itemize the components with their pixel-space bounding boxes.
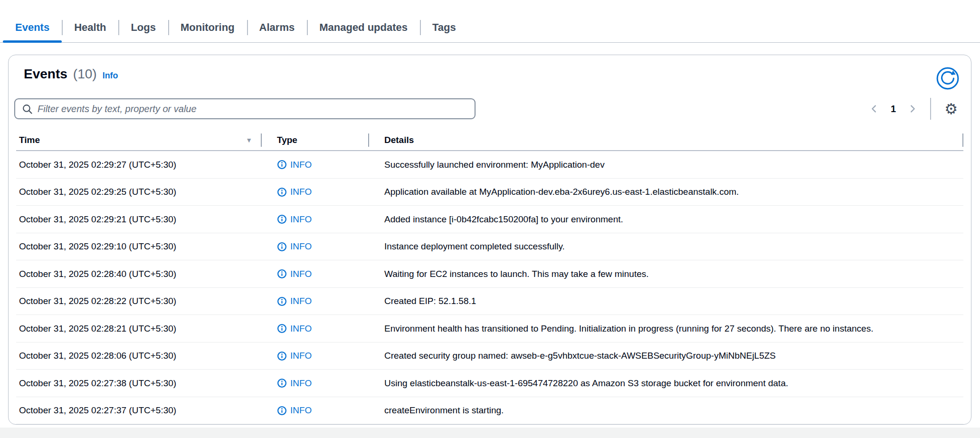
- event-time: October 31, 2025 02:29:21 (UTC+5:30): [16, 214, 262, 225]
- event-time: October 31, 2025 02:28:40 (UTC+5:30): [16, 269, 262, 279]
- events-panel: Events (10) Info: [8, 55, 971, 425]
- page-footer-strip: [0, 428, 980, 438]
- tab-label: Events: [15, 21, 49, 33]
- tab[interactable]: Managed updates: [307, 13, 420, 42]
- event-type: INFO: [262, 160, 369, 170]
- event-details: Using elasticbeanstalk-us-east-1-6954747…: [369, 378, 963, 389]
- event-details: Created EIP: 52.1.58.1: [369, 296, 963, 306]
- event-type-label: INFO: [290, 378, 312, 389]
- event-row: October 31, 2025 02:29:27 (UTC+5:30) INF…: [16, 151, 963, 179]
- event-type: INFO: [262, 241, 369, 252]
- event-type: INFO: [262, 324, 369, 334]
- gear-icon: ⚙: [944, 100, 958, 117]
- tab[interactable]: Tags: [420, 13, 468, 42]
- event-details: Waiting for EC2 instances to launch. Thi…: [369, 269, 963, 279]
- events-count: (10): [73, 67, 97, 82]
- events-table: Time ▼ Type Details October 31, 2025 02:…: [16, 130, 963, 424]
- settings-button[interactable]: ⚙: [942, 102, 960, 116]
- info-circle-icon: [277, 269, 287, 279]
- event-type: INFO: [262, 378, 369, 389]
- tab[interactable]: Monitoring: [168, 13, 247, 42]
- elastic-beanstalk-events-screen: Events Health Logs Monitoring Alarms Man…: [0, 0, 980, 438]
- info-circle-icon: [277, 160, 287, 170]
- info-link[interactable]: Info: [103, 71, 118, 81]
- tab-label: Managed updates: [319, 21, 408, 33]
- info-circle-icon: [277, 296, 287, 306]
- event-details: Successfully launched environment: MyApp…: [369, 160, 963, 170]
- column-label-time: Time: [19, 135, 40, 145]
- column-label-type: Type: [277, 135, 297, 145]
- event-type-label: INFO: [290, 160, 312, 170]
- tab[interactable]: Alarms: [247, 13, 307, 42]
- event-type-label: INFO: [290, 214, 312, 225]
- column-header-details[interactable]: Details: [369, 130, 963, 150]
- event-time: October 31, 2025 02:28:06 (UTC+5:30): [16, 351, 262, 361]
- event-type: INFO: [262, 269, 369, 279]
- event-details: Environment health has transitioned to P…: [369, 324, 963, 334]
- pagination: 1 ⚙: [868, 98, 960, 120]
- previous-page-button[interactable]: [868, 103, 880, 115]
- toolbar-divider: [930, 98, 931, 120]
- refresh-button[interactable]: [936, 67, 960, 90]
- tab-label: Tags: [432, 21, 456, 33]
- event-time: October 31, 2025 02:29:25 (UTC+5:30): [16, 187, 262, 197]
- search-icon: [22, 104, 33, 114]
- filter-input[interactable]: [38, 104, 468, 114]
- tab-label: Health: [74, 21, 106, 33]
- column-label-details: Details: [384, 135, 414, 145]
- event-type-label: INFO: [290, 351, 312, 361]
- page-title: Events: [24, 67, 67, 82]
- event-type: INFO: [262, 405, 369, 416]
- event-row: October 31, 2025 02:27:37 (UTC+5:30) INF…: [16, 397, 963, 425]
- event-type: INFO: [262, 214, 369, 225]
- event-details: Instance deployment completed successful…: [369, 241, 963, 252]
- info-circle-icon: [277, 378, 287, 388]
- info-circle-icon: [277, 324, 287, 333]
- filter-box[interactable]: [14, 98, 476, 119]
- info-circle-icon: [277, 187, 287, 197]
- event-row: October 31, 2025 02:28:06 (UTC+5:30) INF…: [16, 343, 963, 370]
- event-type-label: INFO: [290, 269, 312, 279]
- tab-label: Alarms: [259, 21, 295, 33]
- tab[interactable]: Health: [62, 13, 118, 42]
- tab[interactable]: Logs: [118, 13, 168, 42]
- event-time: October 31, 2025 02:29:27 (UTC+5:30): [16, 160, 262, 170]
- info-circle-icon: [277, 406, 287, 416]
- event-time: October 31, 2025 02:29:10 (UTC+5:30): [16, 241, 262, 252]
- chevron-right-icon: [907, 104, 918, 114]
- event-row: October 31, 2025 02:28:22 (UTC+5:30) INF…: [16, 288, 963, 315]
- refresh-icon: [936, 85, 960, 92]
- chevron-left-icon: [869, 104, 879, 114]
- panel-header: Events (10) Info: [9, 55, 971, 90]
- event-type-label: INFO: [290, 324, 312, 334]
- event-row: October 31, 2025 02:29:10 (UTC+5:30) INF…: [16, 233, 963, 261]
- table-toolbar: 1 ⚙: [9, 98, 971, 120]
- event-time: October 31, 2025 02:28:22 (UTC+5:30): [16, 296, 262, 306]
- event-time: October 31, 2025 02:27:37 (UTC+5:30): [16, 405, 262, 416]
- info-circle-icon: [277, 214, 287, 224]
- event-details: createEnvironment is starting.: [369, 405, 963, 416]
- tab-bar: Events Health Logs Monitoring Alarms Man…: [0, 13, 980, 43]
- info-circle-icon: [277, 242, 287, 252]
- event-type-label: INFO: [290, 241, 312, 252]
- event-row: October 31, 2025 02:29:21 (UTC+5:30) INF…: [16, 206, 963, 233]
- panel-title-group: Events (10) Info: [15, 67, 118, 82]
- table-header-row: Time ▼ Type Details: [16, 130, 963, 151]
- table-body: October 31, 2025 02:29:27 (UTC+5:30) INF…: [16, 151, 963, 424]
- event-row: October 31, 2025 02:28:21 (UTC+5:30) INF…: [16, 315, 963, 343]
- next-page-button[interactable]: [906, 103, 919, 115]
- event-details: Created security group named: awseb-e-g5…: [369, 351, 963, 361]
- column-header-type[interactable]: Type: [262, 130, 369, 150]
- tab-label: Logs: [131, 21, 156, 33]
- current-page-number: 1: [888, 104, 899, 114]
- event-type-label: INFO: [290, 296, 312, 306]
- event-type: INFO: [262, 296, 369, 306]
- column-header-time[interactable]: Time ▼: [16, 130, 262, 150]
- event-row: October 31, 2025 02:29:25 (UTC+5:30) INF…: [16, 179, 963, 206]
- event-type-label: INFO: [290, 405, 312, 416]
- sort-descending-icon[interactable]: ▼: [246, 136, 252, 144]
- tab[interactable]: Events: [3, 13, 62, 42]
- event-time: October 31, 2025 02:27:38 (UTC+5:30): [16, 378, 262, 389]
- event-type: INFO: [262, 351, 369, 361]
- info-circle-icon: [277, 351, 287, 361]
